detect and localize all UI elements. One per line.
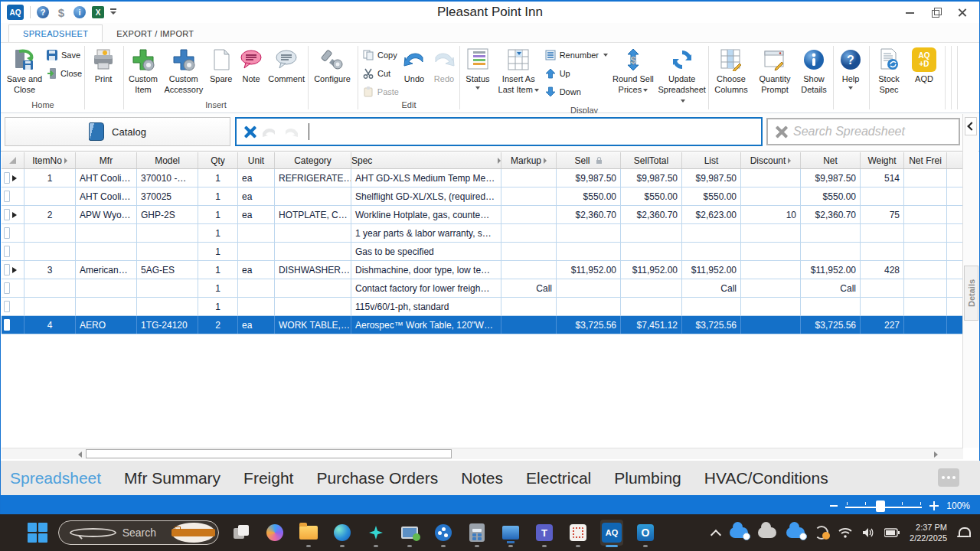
grid-cell[interactable]: HOTPLATE, C… xyxy=(275,206,351,223)
row-selector-cell[interactable] xyxy=(2,224,24,242)
grid-cell[interactable]: $550.00 xyxy=(801,187,861,205)
tray-overflow-button[interactable] xyxy=(712,529,720,536)
renumber-button[interactable]: Renumber xyxy=(544,49,610,61)
grid-cell[interactable]: 1 xyxy=(198,187,238,205)
row-selector-cell[interactable] xyxy=(2,206,24,223)
grid-cell[interactable] xyxy=(76,279,137,297)
filter-caret-icon[interactable] xyxy=(498,158,501,164)
expand-row-icon[interactable] xyxy=(12,212,17,218)
grid-cell[interactable]: AHT Cooli… xyxy=(76,169,137,187)
grid-row[interactable]: 1Gas to be specified xyxy=(2,243,963,261)
grid-cell[interactable]: $9,987.50 xyxy=(801,169,861,187)
filter-caret-icon[interactable] xyxy=(788,158,791,164)
grid-cell[interactable]: American… xyxy=(76,261,137,279)
grid-cell[interactable]: $550.00 xyxy=(621,187,682,205)
tab-export-import[interactable]: EXPORT / IMPORT xyxy=(103,25,207,42)
grid-cell[interactable]: 115v/60/1-ph, standard xyxy=(351,298,501,315)
quantity-prompt-button[interactable]: Quantity Prompt xyxy=(753,46,797,96)
row-selector-box[interactable] xyxy=(4,246,10,257)
grid-cell[interactable]: Dishmachine, door type, low te… xyxy=(351,261,501,279)
grid-column-header[interactable]: Qty xyxy=(198,152,238,168)
grid-cell[interactable]: 4 xyxy=(24,316,76,334)
zoom-slider[interactable] xyxy=(845,500,922,511)
grid-cell[interactable]: 370010 -… xyxy=(137,169,198,187)
grid-cell[interactable]: ea xyxy=(238,187,275,205)
search-input[interactable] xyxy=(793,125,952,139)
grid-cell[interactable] xyxy=(904,187,947,205)
grid-column-header[interactable]: Discount xyxy=(741,152,801,168)
tab-spreadsheet[interactable]: SPREADSHEET xyxy=(8,24,103,42)
grid-cell[interactable]: Call xyxy=(501,279,557,297)
grid-cell[interactable] xyxy=(557,243,621,260)
row-selector-box[interactable] xyxy=(4,301,10,312)
grid-column-header[interactable]: Model xyxy=(137,152,198,168)
grid-cell[interactable]: $9,987.50 xyxy=(621,169,682,187)
custom-accessory-button[interactable]: Custom Accessory xyxy=(162,46,206,96)
grid-cell[interactable]: Workline Hotplate, gas, counte… xyxy=(351,206,501,223)
print-button[interactable]: Print xyxy=(86,46,121,85)
row-selector-box[interactable] xyxy=(4,282,10,294)
redo-button[interactable]: Redo xyxy=(430,46,459,85)
grid-cell[interactable] xyxy=(621,224,682,242)
zoom-slider-thumb[interactable] xyxy=(876,500,885,512)
wifi-icon[interactable] xyxy=(838,527,852,538)
grid-cell[interactable] xyxy=(801,298,861,315)
horizontal-scroll-thumb[interactable] xyxy=(86,449,452,458)
grid-cell[interactable] xyxy=(801,243,861,260)
grid-cell[interactable]: AHT Cooli… xyxy=(76,187,137,205)
note-button[interactable]: Note xyxy=(237,46,266,85)
grid-cell[interactable]: 1 xyxy=(198,261,238,279)
grid-cell[interactable] xyxy=(501,206,557,223)
row-selector-cell[interactable] xyxy=(2,187,24,205)
bottom-tab-plumbing[interactable]: Plumbing xyxy=(614,469,681,487)
row-selector-cell[interactable] xyxy=(2,169,24,187)
grid-cell[interactable] xyxy=(24,298,76,315)
grid-cell[interactable]: Call xyxy=(682,279,741,297)
scroll-right-icon[interactable] xyxy=(934,452,938,458)
display-app-button[interactable] xyxy=(499,520,522,546)
collapse-panel-button[interactable] xyxy=(965,117,977,135)
calculator-button[interactable] xyxy=(466,520,488,546)
grid-cell[interactable]: 2 xyxy=(198,316,238,334)
save-button[interactable]: Save xyxy=(47,49,80,61)
grid-cell[interactable] xyxy=(801,224,861,242)
grid-cell[interactable]: 1 xyxy=(198,243,238,260)
bottom-tab-mfr-summary[interactable]: Mfr Summary xyxy=(124,469,220,487)
grid-cell[interactable] xyxy=(741,279,801,297)
volume-icon[interactable] xyxy=(862,527,874,538)
more-tabs-button[interactable] xyxy=(938,468,959,487)
move-up-button[interactable]: Up xyxy=(544,67,610,80)
filter-caret-icon[interactable] xyxy=(64,158,67,164)
grid-cell[interactable] xyxy=(621,243,682,260)
comment-button[interactable]: Comment xyxy=(266,46,307,85)
app-logo-icon[interactable]: AQ xyxy=(7,5,24,20)
grid-cell[interactable] xyxy=(137,298,198,315)
grid-cell[interactable] xyxy=(275,187,351,205)
task-view-button[interactable] xyxy=(230,520,253,546)
grid-cell[interactable] xyxy=(557,279,621,297)
grid-row[interactable]: 11 year parts & labor warranty, s… xyxy=(2,224,963,243)
grid-cell[interactable]: ea xyxy=(238,206,275,223)
grid-cell[interactable]: AHT GD-XLS Medium Temp Me… xyxy=(351,169,501,187)
grid-cell[interactable] xyxy=(501,298,557,315)
grid-cell[interactable] xyxy=(275,298,351,315)
grid-cell[interactable] xyxy=(76,243,137,260)
grid-cell[interactable]: 75 xyxy=(861,206,904,223)
grid-cell[interactable] xyxy=(557,298,621,315)
history-back-icon[interactable] xyxy=(261,126,278,138)
help-quick-icon[interactable]: ? xyxy=(37,6,49,18)
row-selector-cell[interactable] xyxy=(2,279,24,297)
zoom-in-button[interactable] xyxy=(929,501,939,510)
grid-row[interactable]: AHT Cooli…3700251eaShelflight GD-XL/XLS,… xyxy=(2,187,963,206)
onedrive-paused-icon[interactable] xyxy=(758,527,776,538)
insert-as-last-item-button[interactable]: Insert As Last Item xyxy=(495,46,543,96)
grid-cell[interactable]: $11,952.00 xyxy=(801,261,861,279)
spare-button[interactable]: Spare xyxy=(206,46,237,85)
grid-cell[interactable]: ea xyxy=(238,261,275,279)
grid-cell[interactable] xyxy=(238,298,275,315)
close-button[interactable] xyxy=(958,8,967,17)
grid-cell[interactable] xyxy=(741,316,801,334)
onedrive-icon[interactable] xyxy=(730,527,748,538)
choose-columns-button[interactable]: Choose Columns xyxy=(710,46,753,96)
grid-cell[interactable] xyxy=(501,316,557,334)
